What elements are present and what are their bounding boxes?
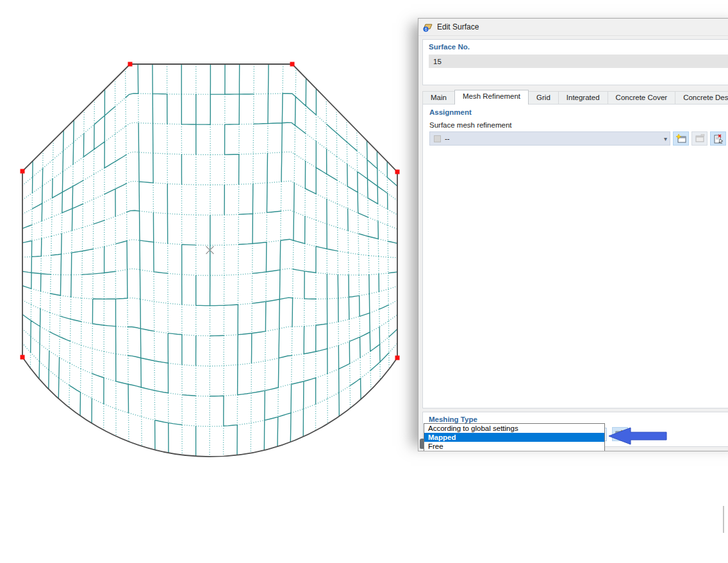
corner-node[interactable] xyxy=(21,169,25,174)
surface-no-group: Surface No. xyxy=(422,39,728,85)
window-edge-artifact xyxy=(723,506,724,533)
new-mesh-refinement-button[interactable] xyxy=(673,131,689,146)
dialog-tabstrip: MainMesh RefinementGridIntegratedConcret… xyxy=(422,90,728,105)
edit-window-icon xyxy=(695,134,705,143)
new-window-star-icon xyxy=(676,134,686,143)
corner-node[interactable] xyxy=(395,170,400,174)
surface-no-input[interactable] xyxy=(429,55,728,68)
surface-mesh-refinement-value: -- xyxy=(445,135,450,142)
corner-node[interactable] xyxy=(290,62,295,67)
color-swatch xyxy=(434,135,441,142)
surface-mesh-refinement-combobox[interactable]: -- ▾ xyxy=(429,131,670,146)
meshing-type-label: Meshing Type xyxy=(429,416,728,423)
dropdown-option-mapped[interactable]: Mapped xyxy=(424,433,604,442)
corner-node[interactable] xyxy=(128,62,133,67)
tab-mesh-refinement[interactable]: Mesh Refinement xyxy=(454,90,529,105)
model-viewport[interactable] xyxy=(0,0,423,487)
edit-mesh-refinement-button[interactable] xyxy=(691,131,707,146)
tab-main[interactable]: Main xyxy=(422,91,455,105)
surface-mesh-graphic xyxy=(0,0,423,487)
tab-grid[interactable]: Grid xyxy=(528,91,559,105)
svg-text:6: 6 xyxy=(425,27,427,31)
surface-icon: 6 xyxy=(423,22,433,32)
chevron-down-icon: ▾ xyxy=(664,135,667,142)
dialog-title: Edit Surface xyxy=(437,22,479,31)
tab-concrete-cover[interactable]: Concrete Cover xyxy=(608,91,676,105)
tab-integrated[interactable]: Integrated xyxy=(558,91,608,105)
tab-concrete-design-properties[interactable]: Concrete Design Properties xyxy=(675,91,728,105)
surface-mesh-refinement-row: -- ▾ xyxy=(429,131,728,146)
surface-mesh-refinement-label: Surface mesh refinement xyxy=(429,121,728,129)
delete-red-x-icon xyxy=(713,134,724,144)
assignment-section-label: Assignment xyxy=(429,108,728,116)
meshing-type-dropdown-list: According to global settingsMappedFree xyxy=(424,423,605,451)
surface-no-label: Surface No. xyxy=(429,43,728,51)
delete-mesh-refinement-button[interactable] xyxy=(710,131,726,146)
corner-node[interactable] xyxy=(21,355,25,360)
corner-node[interactable] xyxy=(395,356,400,360)
dropdown-option-free[interactable]: Free xyxy=(424,442,604,451)
callout-arrow-icon xyxy=(608,424,668,448)
mesh-refinement-tab-panel: Assignment Surface mesh refinement -- ▾ xyxy=(422,104,728,408)
dialog-titlebar[interactable]: 6 Edit Surface xyxy=(418,19,728,36)
dropdown-option-according-to-global-settings[interactable]: According to global settings xyxy=(424,424,604,433)
edit-surface-dialog: 6 Edit Surface Surface No. MainMesh Refi… xyxy=(418,18,728,451)
